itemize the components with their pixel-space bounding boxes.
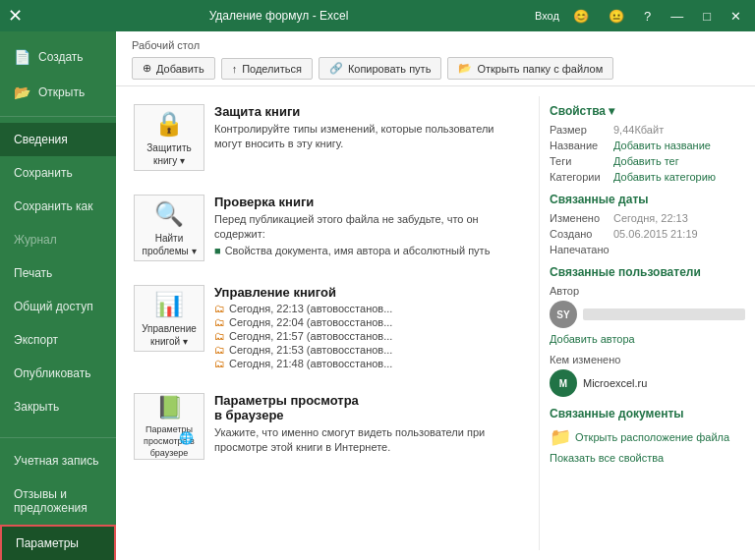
author-section-label: Автор (550, 285, 745, 297)
sidebar-item-feedback[interactable]: Отзывы и предложения (0, 477, 116, 525)
minimize-button[interactable]: — (665, 7, 689, 26)
browser-icon-box[interactable]: 📗 🌐 Параметрыпросмотра в браузере (134, 393, 204, 460)
close-button[interactable]: ✕ (725, 7, 747, 26)
manage-title: Управление книгой (214, 285, 392, 300)
manage-sub-1: 🗂 Сегодня, 22:13 (автовосстанов... (214, 303, 392, 314)
toolbar: ⊕ Добавить ↑ Поделиться 🔗 Копировать пут… (132, 57, 739, 80)
copy-path-label: Копировать путь (348, 63, 432, 75)
modifier-initial: M (559, 378, 567, 389)
manage-sub-3: 🗂 Сегодня, 21:57 (автовосстанов... (214, 330, 392, 342)
add-author-row: Добавить автора (550, 332, 745, 346)
prop-row-tags: Теги Добавить тег (550, 155, 745, 167)
sidebar-label-options: Параметры (16, 536, 79, 550)
modified-by-row: M Microexcel.ru (550, 369, 745, 397)
sidebar-label-feedback: Отзывы и предложения (14, 487, 102, 515)
folder-icon: 📂 (458, 62, 472, 75)
prop-value-tags[interactable]: Добавить тег (613, 155, 745, 167)
sidebar-item-journal[interactable]: Журнал (0, 223, 116, 256)
sidebar-item-print[interactable]: Печать (0, 256, 116, 290)
prop-row-printed: Напечатано (550, 244, 745, 255)
prop-value-size: 9,44Кбайт (613, 124, 745, 136)
sidebar-item-open[interactable]: 📂 Открыть (0, 75, 116, 110)
author-row: SY (550, 301, 745, 328)
prop-value-name[interactable]: Добавить название (613, 140, 745, 151)
sidebar-item-options[interactable]: Параметры (0, 525, 116, 560)
maximize-button[interactable]: □ (697, 7, 717, 26)
panel-check: 🔍 Найтипроблемы ▾ Проверка книги Перед п… (126, 187, 531, 269)
prop-value-categories[interactable]: Добавить категорию (613, 171, 745, 183)
open-location-row: 📁 Открыть расположение файла (550, 426, 745, 448)
protect-text: Защита книги Контролируйте типы изменени… (214, 104, 523, 152)
sidebar-item-saveas[interactable]: Сохранить как (0, 190, 116, 223)
sidebar-item-export[interactable]: Экспорт (0, 323, 116, 357)
info-area: 🔒 Защититькнигу ▾ Защита книги Контролир… (116, 86, 755, 560)
manage-icon: 📊 (154, 289, 184, 319)
sidebar-item-info[interactable]: Сведения (0, 123, 116, 156)
author-avatar: SY (550, 301, 577, 328)
check-title: Проверка книги (214, 195, 523, 209)
signin-button[interactable]: Вход (535, 10, 559, 22)
manage-sub-text-1: Сегодня, 22:13 (автовосстанов... (229, 303, 392, 314)
sidebar-item-publish[interactable]: Опубликовать (0, 357, 116, 390)
manage-sub-5: 🗂 Сегодня, 21:48 (автовосстанов... (214, 358, 392, 369)
sidebar-label-close: Закрыть (14, 400, 59, 414)
open-location-link[interactable]: Открыть расположение файла (575, 431, 729, 443)
prop-value-printed (613, 244, 745, 255)
sidebar-label-account: Учетная запись (14, 454, 98, 468)
add-icon: ⊕ (143, 62, 151, 75)
manage-text: Управление книгой 🗂 Сегодня, 22:13 (авто… (214, 285, 392, 369)
related-users-title: Связанные пользователи (550, 265, 745, 279)
create-icon: 📄 (14, 49, 30, 65)
sidebar-item-create[interactable]: 📄 Создать (0, 39, 116, 75)
author-initials: SY (556, 309, 569, 320)
sidebar-item-share[interactable]: Общий доступ (0, 290, 116, 323)
panel-manage: 📊 Управлениекнигой ▾ Управление книгой 🗂… (126, 277, 531, 377)
sidebar-bottom: Учетная запись Отзывы и предложения Пара… (0, 431, 116, 560)
related-docs-title: Связанные документы (550, 407, 745, 420)
prop-row-size: Размер 9,44Кбайт (550, 124, 745, 136)
prop-label-printed: Напечатано (550, 244, 613, 255)
prop-value-modified: Сегодня, 22:13 (613, 212, 745, 224)
browser-overlay-icon: 🌐 (179, 431, 194, 447)
copy-path-button[interactable]: 🔗 Копировать путь (319, 57, 442, 80)
prop-row-categories: Категории Добавить категорию (550, 171, 745, 183)
add-button[interactable]: ⊕ Добавить (132, 57, 215, 80)
sidebar-label-share: Общий доступ (14, 300, 93, 313)
open-folder-button[interactable]: 📂 Открыть папку с файлом (447, 57, 613, 80)
prop-row-created: Создано 05.06.2015 21:19 (550, 228, 745, 240)
show-all-properties-link[interactable]: Показать все свойства (550, 452, 745, 464)
bullet-icon: ■ (214, 245, 221, 256)
manage-icon-label: Управлениекнигой ▾ (142, 322, 197, 348)
sidebar-item-save[interactable]: Сохранить (0, 156, 116, 190)
protect-icon-box[interactable]: 🔒 Защититькнигу ▾ (134, 104, 204, 171)
prop-value-created: 05.06.2015 21:19 (613, 228, 745, 240)
protect-description: Контролируйте типы изменений, которые по… (214, 122, 523, 152)
sidebar-item-account[interactable]: Учетная запись (0, 444, 116, 477)
sidebar-label-save: Сохранить (14, 166, 73, 180)
open-folder-label: Открыть папку с файлом (477, 63, 603, 75)
modifier-avatar: M (550, 369, 577, 397)
manage-icon-box[interactable]: 📊 Управлениекнигой ▾ (134, 285, 204, 352)
sidebar-label-create: Создать (38, 50, 84, 64)
smiley-sad-icon[interactable]: 😐 (603, 7, 630, 26)
smiley-happy-icon[interactable]: 😊 (567, 7, 595, 26)
add-author-link[interactable]: Добавить автора (550, 333, 635, 345)
share-icon: ↑ (232, 63, 238, 75)
titlebar-right: Вход 😊 😐 ? — □ ✕ (535, 7, 747, 26)
file-icon-3: 🗂 (214, 330, 225, 342)
prop-label-tags: Теги (550, 155, 613, 167)
check-icon-box[interactable]: 🔍 Найтипроблемы ▾ (134, 195, 204, 261)
prop-label-modified: Изменено (550, 212, 613, 224)
sidebar-item-close[interactable]: Закрыть (0, 390, 116, 423)
share-label: Поделиться (242, 63, 302, 75)
check-description: Перед публикацией этого файла не забудьт… (214, 212, 523, 243)
help-icon[interactable]: ? (638, 7, 657, 26)
share-button[interactable]: ↑ Поделиться (221, 58, 313, 80)
check-sub-item-1: ■ Свойства документа, имя автора и абсол… (214, 245, 523, 256)
file-icon-2: 🗂 (214, 316, 225, 328)
browser-text: Параметры просмотрав браузере Укажите, ч… (214, 393, 523, 456)
protect-title: Защита книги (214, 104, 523, 119)
add-label: Добавить (156, 63, 204, 75)
check-sub-text-1: Свойства документа, имя автора и абсолют… (225, 245, 491, 256)
sidebar-top: 📄 Создать 📂 Открыть Сведения Сохранить С… (0, 31, 116, 431)
